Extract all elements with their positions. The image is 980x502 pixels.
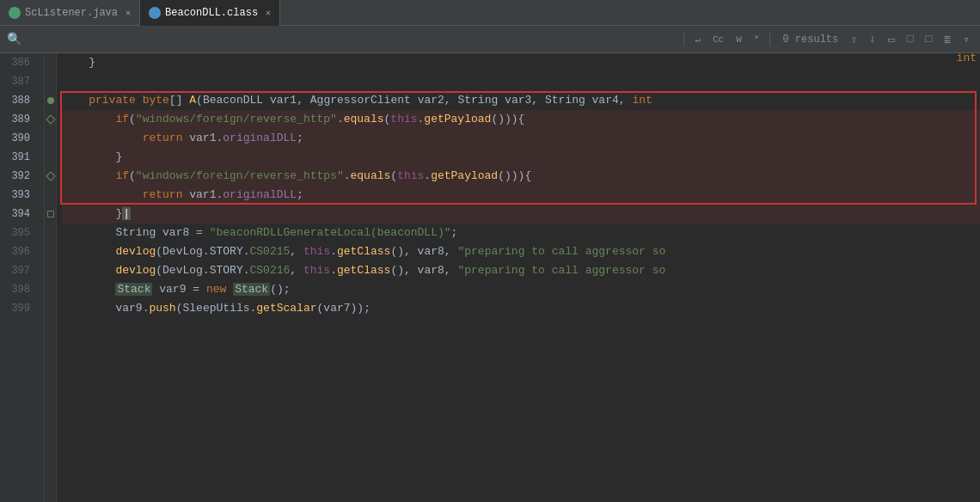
layout-btn[interactable]: ≣ [940,31,954,48]
line-num-393: 393 [0,186,37,205]
search-input[interactable] [27,34,677,46]
line-numbers: 386 387 388 389 390 391 392 393 394 395 … [0,53,45,502]
case-sensitive-option[interactable]: Cc [709,34,727,46]
next-result-btn[interactable]: ⇩ [866,31,879,48]
line-num-399: 399 [0,299,37,318]
line-num-396: 396 [0,242,37,261]
line-num-387: 387 [0,72,37,91]
gutter-399 [45,299,56,318]
gutter-397 [45,261,56,280]
gutter-394 [45,205,56,223]
code-line-398: Stack var9 = new Stack(); [62,280,980,299]
expand-btn[interactable]: □ [903,31,917,47]
code-line-399: var9.push(SleepUtils.getScalar(var7)); [62,299,980,318]
code-line-391: } [62,148,980,167]
code-content: } private byte[] A(BeaconDLL var1, Aggre… [57,53,980,502]
line-num-386: 386 [0,53,37,72]
code-line-387 [62,72,980,91]
code-area: 386 387 388 389 390 391 392 393 394 395 … [0,53,980,502]
filter-btn[interactable]: ▿ [959,31,973,48]
code-line-389: if("windows/foreign/reverse_http".equals… [62,110,980,129]
line-num-388: 388 [0,91,37,110]
code-line-393: return var1.originalDLL; [62,186,980,205]
gutter-395 [45,223,56,242]
wildcard-option[interactable]: * [750,34,763,46]
code-line-392: if("windows/foreign/reverse_https".equal… [62,167,980,186]
line-num-391: 391 [0,148,37,167]
tab-sclistener-label: ScListener.java [25,7,118,19]
tab-beacondll-label: BeaconDLL.class [165,7,258,19]
code-line-397: devlog(DevLog.STORY.CS0216, this.getClas… [62,261,980,280]
gutter-391 [45,148,56,167]
gutter-389 [45,110,56,129]
tab-beacondll[interactable]: BeaconDLL.class ✕ [140,0,280,26]
code-line-386: } [62,53,980,72]
gutter-388 [45,91,56,110]
gutter-392 [45,167,56,186]
toggle-view-btn[interactable]: ▭ [885,31,898,48]
gutter-393 [45,186,56,205]
search-icon: 🔍 [7,32,21,46]
gutter-390 [45,129,56,148]
code-line-395: String var8 = "beaconRDLLGenerateLocal(b… [62,223,980,242]
collapse-btn[interactable]: □ [922,31,936,47]
code-line-394: }| [62,205,980,223]
tab-sclistener[interactable]: ScListener.java ✕ [0,0,140,26]
line-num-389: 389 [0,110,37,129]
search-nav-icons: ⇧ ⇩ ▭ □ □ ≣ ▿ [847,31,973,48]
tab-beacondll-close[interactable]: ✕ [266,8,271,18]
gutter [45,53,57,502]
code-line-388: private byte[] A(BeaconDLL var1, Aggress… [62,91,980,110]
line-num-395: 395 [0,223,37,242]
separator-2 [769,33,770,46]
line-num-394: 394 [0,205,37,223]
results-label: 0 results [782,34,838,46]
prev-result-btn[interactable]: ⇧ [847,31,861,48]
words-option[interactable]: W [732,34,745,46]
code-line-396: devlog(DevLog.STORY.CS0215, this.getClas… [62,242,980,261]
gutter-398 [45,280,56,299]
gutter-396 [45,242,56,261]
code-line-390: return var1.originalDLL; [62,129,980,148]
java-file-icon [9,7,21,19]
line-num-392: 392 [0,167,37,186]
tab-bar: ScListener.java ✕ BeaconDLL.class ✕ [0,0,980,26]
line-num-397: 397 [0,261,37,280]
class-file-icon [149,7,161,19]
gutter-387 [45,72,56,91]
line-num-398: 398 [0,280,37,299]
line-num-390: 390 [0,129,37,148]
int-overflow-text: int [957,49,980,68]
tab-sclistener-close[interactable]: ✕ [126,8,131,18]
regex-option[interactable]: ↵ [691,33,704,46]
gutter-386 [45,53,56,72]
search-bar: 🔍 ↵ Cc W * 0 results ⇧ ⇩ ▭ □ □ ≣ ▿ [0,26,980,53]
separator-1 [683,33,684,46]
